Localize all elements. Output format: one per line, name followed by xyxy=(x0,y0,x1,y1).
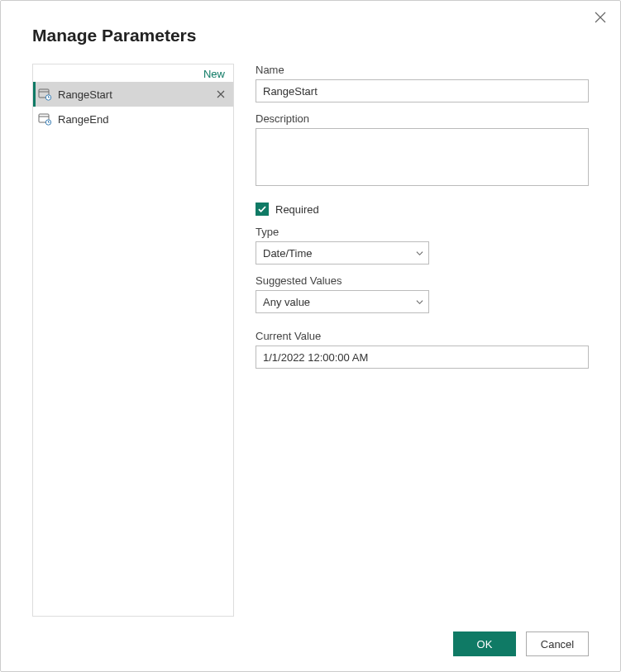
required-checkbox-row: Required xyxy=(256,203,589,216)
chevron-down-icon xyxy=(416,298,423,306)
required-checkbox[interactable] xyxy=(256,203,269,216)
description-label: Description xyxy=(256,112,589,125)
parameter-item-label: RangeStart xyxy=(58,88,208,101)
current-value-input[interactable] xyxy=(256,346,589,369)
parameter-form: Name Description Required Type Date/Time… xyxy=(256,64,589,617)
parameter-icon xyxy=(38,88,51,101)
type-label: Type xyxy=(256,226,589,238)
name-label: Name xyxy=(256,64,589,76)
suggested-values-label: Suggested Values xyxy=(256,274,589,287)
parameter-list: New RangeStart xyxy=(32,64,234,617)
new-parameter-link[interactable]: New xyxy=(203,68,225,80)
close-icon[interactable] xyxy=(592,9,609,26)
required-label: Required xyxy=(275,203,319,216)
current-value-label: Current Value xyxy=(256,330,589,342)
dialog-body: New RangeStart xyxy=(32,64,589,617)
type-select-value: Date/Time xyxy=(263,247,312,260)
parameter-icon xyxy=(38,112,51,126)
ok-button[interactable]: OK xyxy=(453,631,516,656)
description-input[interactable] xyxy=(256,128,589,186)
name-input[interactable] xyxy=(256,79,589,102)
suggested-values-select[interactable]: Any value xyxy=(256,290,429,313)
chevron-down-icon xyxy=(416,250,423,257)
parameter-item-rangeend[interactable]: RangeEnd xyxy=(33,107,233,131)
type-select[interactable]: Date/Time xyxy=(256,241,429,265)
cancel-button[interactable]: Cancel xyxy=(526,631,589,656)
parameter-item-rangestart[interactable]: RangeStart xyxy=(33,82,233,107)
sidebar-header: New xyxy=(33,64,233,82)
dialog-footer: OK Cancel xyxy=(24,617,597,656)
dialog-title: Manage Parameters xyxy=(32,26,589,45)
delete-parameter-icon[interactable] xyxy=(215,88,227,100)
manage-parameters-dialog: Manage Parameters New RangeStart xyxy=(0,0,621,672)
suggested-values-select-value: Any value xyxy=(263,296,310,308)
parameter-item-label: RangeEnd xyxy=(58,113,227,126)
